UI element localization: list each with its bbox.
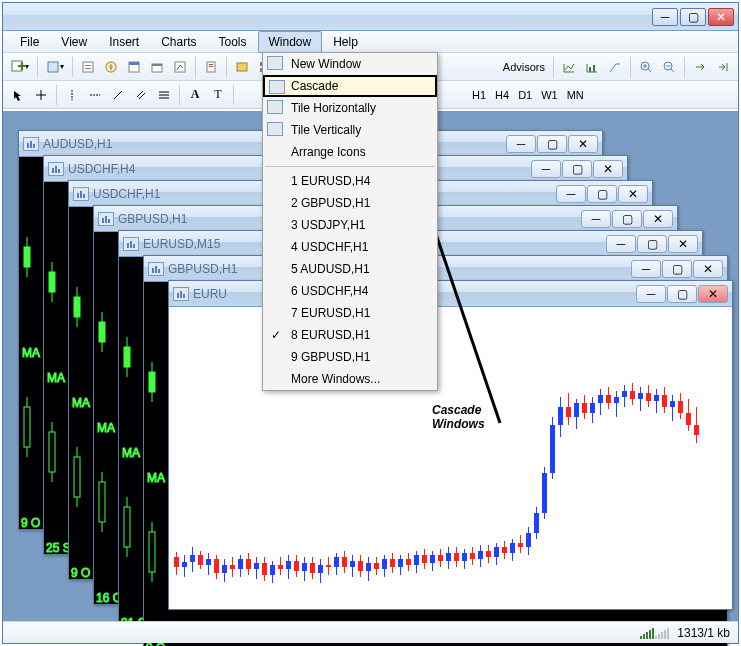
chart-icon [173,287,189,301]
titlebar: ─ ▢ ✕ [3,3,738,31]
window-list-item[interactable]: 7 EURUSD,H1 [263,302,437,324]
fibo-button[interactable] [153,84,175,106]
chart-icon [148,262,164,276]
chart-maximize-button[interactable]: ▢ [537,135,567,153]
svg-rect-22 [593,65,595,72]
svg-text:9 O: 9 O [71,566,90,579]
menu-item-cascade[interactable]: Cascade [263,75,437,97]
chart-maximize-button[interactable]: ▢ [662,260,692,278]
chart-close-button[interactable]: ✕ [593,160,623,178]
annotation-text: Cascade Windows [432,403,485,431]
indicator-btn-2[interactable] [581,56,603,78]
window-list-item[interactable]: 6 USDCHF,H4 [263,280,437,302]
timeframe-mn[interactable]: MN [563,87,588,103]
svg-rect-70 [152,268,154,273]
chart-close-button[interactable]: ✕ [693,260,723,278]
svg-rect-76 [149,532,155,572]
svg-rect-38 [49,272,55,292]
menu-tools[interactable]: Tools [208,31,258,53]
window-list-item[interactable]: 1 EURUSD,H4 [263,170,437,192]
indicator-btn-3[interactable] [604,56,626,78]
menu-file[interactable]: File [9,31,50,53]
zoom-out-button[interactable] [658,56,680,78]
zoom-in-button[interactable] [635,56,657,78]
menu-window[interactable]: Window [258,31,323,53]
hline-button[interactable] [84,84,106,106]
shift-button[interactable] [712,56,734,78]
window-list-item[interactable]: 3 USDJPY,H1 [263,214,437,236]
menu-item-tile-vertically[interactable]: Tile Vertically [263,119,437,141]
window-list-item[interactable]: More Windows... [263,368,437,390]
text-button[interactable]: A [184,84,206,106]
terminal-button[interactable] [146,56,168,78]
chart-icon [98,212,114,226]
menu-item-arrange-icons[interactable]: Arrange Icons [263,141,437,163]
new-order-button[interactable] [200,56,222,78]
indicator-btn-1[interactable] [558,56,580,78]
svg-rect-3 [48,62,58,72]
chart-maximize-button[interactable]: ▢ [562,160,592,178]
menu-item-tile-horizontally[interactable]: Tile Horizontally [263,97,437,119]
window-menu-dropdown: New WindowCascadeTile HorizontallyTile V… [262,52,438,391]
cursor-button[interactable] [7,84,29,106]
chart-minimize-button[interactable]: ─ [531,160,561,178]
window-list-item[interactable]: 4 USDCHF,H1 [263,236,437,258]
menu-charts[interactable]: Charts [150,31,207,53]
strategy-tester-button[interactable] [169,56,191,78]
crosshair-button[interactable] [30,84,52,106]
maximize-icon: ▢ [688,10,699,24]
window-list-item[interactable]: 5 AUDUSD,H1 [263,258,437,280]
chart-icon [48,162,64,176]
svg-rect-11 [152,64,162,66]
menu-view[interactable]: View [50,31,98,53]
window-list-item[interactable]: 9 GBPUSD,H1 [263,346,437,368]
svg-rect-36 [58,169,60,173]
menu-help[interactable]: Help [322,31,369,53]
chart-minimize-button[interactable]: ─ [606,235,636,253]
menu-item-new-window[interactable]: New Window [263,53,437,75]
svg-rect-9 [129,62,139,65]
trendline-button[interactable] [107,84,129,106]
chart-close-button[interactable]: ✕ [643,210,673,228]
text-label-button[interactable]: T [207,84,229,106]
svg-rect-58 [99,482,105,522]
svg-text:MA: MA [72,396,90,410]
menu-insert[interactable]: Insert [98,31,150,53]
svg-text:MA: MA [147,471,165,485]
chart-minimize-button[interactable]: ─ [556,185,586,203]
navigator-button[interactable] [100,56,122,78]
chart-maximize-button[interactable]: ▢ [667,285,697,303]
channel-button[interactable] [130,84,152,106]
timeframe-w1[interactable]: W1 [537,87,562,103]
status-text: 1313/1 kb [677,626,730,640]
chart-minimize-button[interactable]: ─ [636,285,666,303]
window-layout-icon [269,80,285,94]
scroll-button[interactable] [689,56,711,78]
data-window-button[interactable] [123,56,145,78]
minimize-button[interactable]: ─ [652,8,678,26]
chart-close-button[interactable]: ✕ [668,235,698,253]
svg-rect-40 [49,432,55,472]
chart-maximize-button[interactable]: ▢ [612,210,642,228]
chart-close-button[interactable]: ✕ [698,285,728,303]
chart-close-button[interactable]: ✕ [618,185,648,203]
chart-minimize-button[interactable]: ─ [631,260,661,278]
profiles-button[interactable]: ▾ [42,56,68,78]
svg-rect-53 [105,216,107,223]
svg-rect-52 [102,218,104,223]
maximize-button[interactable]: ▢ [680,8,706,26]
chart-close-button[interactable]: ✕ [568,135,598,153]
close-icon: ✕ [716,10,726,24]
window-list-item[interactable]: 8 EURUSD,H1 [263,324,437,346]
market-watch-button[interactable] [77,56,99,78]
window-list-item[interactable]: 2 GBPUSD,H1 [263,192,437,214]
chart-maximize-button[interactable]: ▢ [637,235,667,253]
svg-text:MA: MA [22,346,40,360]
new-chart-button[interactable]: ▾ [7,56,33,78]
meta-editor-button[interactable] [231,56,253,78]
close-button[interactable]: ✕ [708,8,734,26]
chart-minimize-button[interactable]: ─ [581,210,611,228]
vline-button[interactable] [61,84,83,106]
chart-maximize-button[interactable]: ▢ [587,185,617,203]
svg-rect-15 [209,66,213,67]
